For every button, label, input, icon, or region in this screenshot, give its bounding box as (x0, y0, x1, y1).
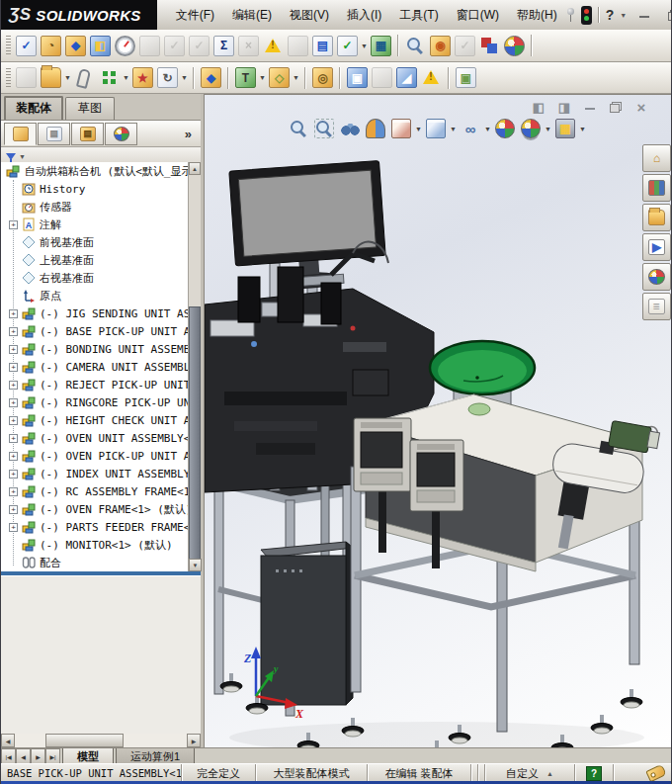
tree-item[interactable]: +(-) BONDING UNIT ASSEMBLY<1 (1, 340, 188, 358)
compare-documents-icon[interactable]: ▤ (312, 36, 333, 56)
assembly-features-dropdown[interactable]: ▼ (258, 74, 267, 81)
tree-item[interactable]: 右视基准面 (1, 269, 188, 287)
section-view-icon[interactable] (366, 119, 385, 138)
tree-item[interactable]: +(-) REJECT PICK-UP UNIT ASS (1, 376, 188, 393)
tab-nav-button-3[interactable]: ▶| (45, 748, 60, 764)
filter-icon[interactable] (6, 153, 16, 160)
tree-item[interactable]: 配合 (1, 554, 188, 571)
scroll-thumb[interactable] (45, 734, 123, 747)
help-dropdown[interactable]: ▼ (620, 12, 627, 19)
smart-fasteners-icon[interactable]: ★ (132, 67, 153, 88)
tree-expand-box[interactable]: + (9, 220, 18, 229)
tree-expand-box[interactable]: + (9, 434, 18, 443)
reference-geometry-icon[interactable]: ◇ (269, 67, 290, 88)
menu-编辑E[interactable]: 编辑(E) (223, 3, 281, 28)
property-manager-tab[interactable]: ▤ (38, 123, 70, 145)
filter-dropdown[interactable]: ▼ (19, 153, 26, 160)
menu-文件F[interactable]: 文件(F) (167, 3, 223, 28)
tree-item[interactable]: +A注解 (1, 216, 188, 233)
assemblyxpert-icon[interactable] (263, 36, 284, 56)
design-library-tab[interactable] (642, 174, 671, 202)
maximize-button[interactable] (662, 6, 672, 24)
scroll-up-button[interactable]: ▲ (189, 162, 201, 175)
scroll-thumb[interactable] (189, 306, 201, 562)
section-properties-icon[interactable]: ◧ (90, 36, 111, 56)
zoom-to-fit-icon[interactable] (289, 119, 308, 138)
previous-view-icon[interactable] (340, 119, 360, 138)
doc-tab-模型[interactable]: 模型 (62, 748, 114, 764)
tree-item[interactable]: +(-) JIG SENDING UNIT ASSEMB (1, 305, 188, 322)
compare-results-icon[interactable] (479, 36, 500, 56)
tree-root-item[interactable]: 自动烘箱粘合机 (默认<默认_显示 (1, 162, 188, 180)
doc-minimize-button[interactable] (582, 100, 598, 114)
mass-properties-icon[interactable]: ◆ (65, 36, 86, 56)
tree-expand-box[interactable]: + (9, 470, 18, 479)
tree-expand-box[interactable]: + (9, 398, 18, 407)
tree-item[interactable]: +(-) BASE PICK-UP UNIT ASSEM (1, 322, 188, 340)
tree-expand-box[interactable]: + (9, 487, 18, 496)
doc-tab-运动算例1[interactable]: 运动算例1 (116, 748, 195, 764)
display-style-icon[interactable] (426, 119, 446, 138)
insert-components-dropdown[interactable]: ▼ (63, 74, 72, 81)
quick-tip-icon[interactable]: ? (586, 766, 602, 781)
tree-item[interactable]: +(-) HEIGHT CHECK UNIT ASSEM (1, 411, 188, 429)
equations-icon[interactable]: Σ (213, 36, 234, 56)
linear-component-pattern-icon[interactable] (99, 67, 120, 88)
help-button[interactable]: ? (606, 7, 615, 23)
tree-item[interactable]: +(-) RINGCORE PICK-UP UNIT (1, 393, 188, 411)
feature-manager-tab[interactable] (4, 123, 37, 145)
tree-item[interactable]: +(-) OVEN FRAME<1> (默认) (1, 500, 188, 518)
status-help[interactable]: ? (574, 764, 613, 782)
pushpin-icon[interactable] (566, 8, 575, 22)
tag-icon[interactable] (645, 764, 666, 782)
insert-components-icon[interactable] (41, 67, 61, 88)
menu-视图V[interactable]: 视图(V) (281, 3, 338, 28)
custom-properties-tab[interactable]: ≡ (642, 293, 671, 320)
hide-show-items-dropdown[interactable]: ▼ (483, 126, 492, 132)
toolbar-drag-handle[interactable] (6, 36, 11, 55)
file-explorer-tab[interactable] (642, 204, 671, 231)
panel-tab-草图[interactable]: 草图 (65, 97, 115, 120)
spell-check-icon[interactable]: ✓ (16, 36, 37, 56)
menu-帮助H[interactable]: 帮助(H) (508, 3, 566, 28)
tree-expand-box[interactable]: + (9, 309, 18, 318)
tree-expand-box[interactable]: + (9, 363, 18, 372)
edit-appearance-icon[interactable] (495, 119, 515, 138)
tree-expand-box[interactable]: + (9, 327, 18, 336)
move-component-dropdown[interactable]: ▼ (180, 74, 189, 81)
tree-item[interactable]: History (1, 180, 188, 198)
tree-item[interactable]: +(-) CAMERA UNIT ASSEMBLY<1 (1, 358, 188, 376)
configuration-manager-tab[interactable]: ▤ (71, 123, 104, 145)
verification-icon[interactable]: ✓ (337, 36, 358, 56)
view-settings-icon[interactable]: ▦ (555, 119, 575, 138)
tree-item[interactable]: 传感器 (1, 198, 188, 216)
view-orientation-dropdown[interactable]: ▼ (414, 126, 423, 132)
assembly-features-icon[interactable]: T (235, 67, 256, 88)
view-orientation-icon[interactable] (391, 119, 411, 138)
smart-components-icon[interactable]: ◆ (201, 67, 221, 88)
tree-item[interactable]: 原点 (1, 287, 188, 305)
display-manager-tab[interactable] (105, 123, 137, 145)
tree-expand-box[interactable]: + (9, 523, 18, 532)
tree-item[interactable]: (-) MONITOR<1> (默认) (1, 536, 188, 554)
tree-item[interactable]: +(-) OVEN PICK-UP UNIT ASSEM (1, 447, 188, 465)
move-component-icon[interactable]: ↻ (157, 67, 178, 88)
scroll-left-button[interactable]: ◀ (1, 734, 15, 747)
photoview-360-icon[interactable] (504, 36, 525, 56)
tree-expand-box[interactable]: + (9, 452, 18, 461)
graphics-viewport[interactable]: Z y X ◧ ◨ × ▼▼∞▼▼▦▼ ⌂▶≡ (204, 94, 672, 747)
menu-工具T[interactable]: 工具(T) (390, 3, 447, 28)
hide-show-items-icon[interactable]: ∞ (461, 119, 480, 138)
doc-close-button[interactable]: × (633, 100, 649, 114)
doc-restore-button[interactable] (608, 100, 624, 114)
panel-horizontal-scrollbar[interactable]: ◀ ▶ (1, 734, 201, 747)
manager-overflow-chevron[interactable]: » (179, 127, 198, 141)
scroll-right-button[interactable]: ▶ (187, 734, 201, 747)
tree-expand-box[interactable]: + (9, 505, 18, 514)
tree-expand-box[interactable]: + (9, 416, 18, 425)
tree-vertical-scrollbar[interactable]: ▲ ▼ (188, 162, 201, 571)
zoom-to-area-icon[interactable] (314, 119, 334, 138)
tree-item[interactable]: 上视基准面 (1, 251, 188, 269)
display-style-dropdown[interactable]: ▼ (449, 126, 458, 132)
preview-window-icon[interactable] (405, 36, 426, 56)
